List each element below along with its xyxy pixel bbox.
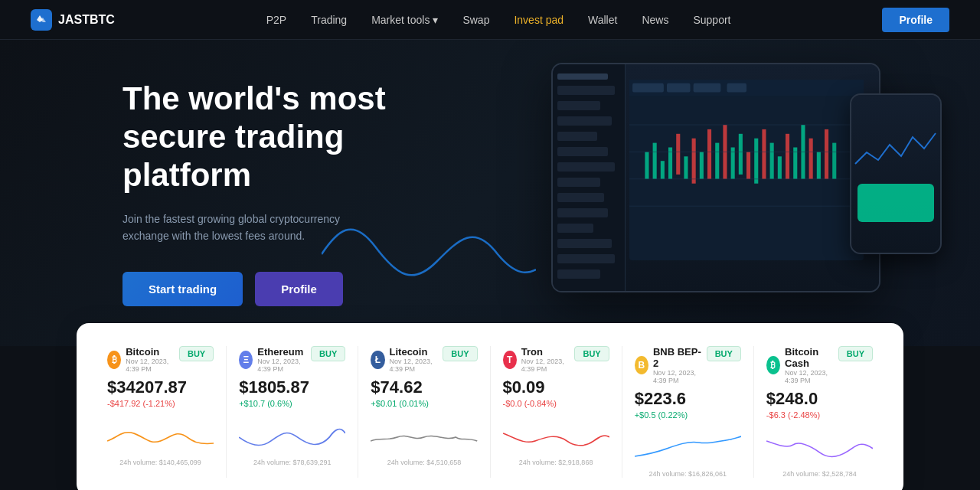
coin-volume-bch: 24h volume: $2,528,784 bbox=[766, 470, 873, 478]
nav-invest-pad[interactable]: Invest pad bbox=[514, 14, 564, 26]
hero-profile-button[interactable]: Profile bbox=[255, 272, 343, 306]
coin-price-trx: $0.09 bbox=[503, 377, 609, 397]
svg-rect-3 bbox=[667, 83, 691, 93]
chart-area bbox=[629, 80, 864, 260]
coin-volume-ltc: 24h volume: $4,510,658 bbox=[371, 459, 477, 466]
nav-wallet[interactable]: Wallet bbox=[588, 14, 617, 26]
svg-rect-13 bbox=[700, 152, 704, 178]
coin-price-ltc: $74.62 bbox=[371, 377, 477, 397]
coin-volume-btc: 24h volume: $140,465,099 bbox=[107, 459, 214, 466]
chart-svg bbox=[629, 80, 864, 260]
mini-chart-bch bbox=[766, 426, 873, 464]
svg-rect-25 bbox=[793, 148, 797, 179]
chevron-down-icon: ▾ bbox=[433, 14, 438, 26]
coin-change-eth: +$10.7 (0.6%) bbox=[239, 399, 345, 408]
svg-rect-2 bbox=[632, 83, 664, 93]
coin-icon-eth: Ξ bbox=[239, 351, 253, 369]
coin-name-block-bch: Bitcoin Cash Nov 12, 2023, 4:39 PM bbox=[785, 346, 838, 384]
svg-rect-15 bbox=[715, 143, 719, 179]
coin-price-eth: $1805.87 bbox=[239, 377, 345, 397]
nav-news[interactable]: News bbox=[642, 14, 668, 26]
svg-rect-14 bbox=[707, 129, 711, 179]
coin-name-block-ltc: Litecoin Nov 12, 2023, 4:39 PM bbox=[390, 346, 443, 373]
phone-screen bbox=[851, 95, 940, 253]
mini-chart-trx bbox=[503, 414, 609, 452]
coin-header-bch: ₿ Bitcoin Cash Nov 12, 2023, 4:39 PM BUY bbox=[766, 346, 873, 384]
buy-button-eth[interactable]: BUY bbox=[311, 346, 345, 361]
coin-change-trx: -$0.0 (-0.84%) bbox=[503, 399, 609, 408]
hero-subtitle: Join the fastest growing global cryptocu… bbox=[122, 211, 368, 245]
svg-rect-4 bbox=[694, 83, 721, 93]
coin-name-block-bnb: BNB BEP-2 Nov 12, 2023, 4:39 PM bbox=[653, 346, 707, 384]
coin-info-bnb: B BNB BEP-2 Nov 12, 2023, 4:39 PM bbox=[635, 346, 707, 384]
mini-chart-bnb bbox=[635, 426, 741, 464]
coin-name-btc: Bitcoin bbox=[126, 346, 179, 358]
svg-rect-10 bbox=[676, 134, 680, 175]
nav-trading[interactable]: Trading bbox=[311, 14, 347, 26]
coin-price-btc: $34207.87 bbox=[107, 377, 214, 397]
nav-swap[interactable]: Swap bbox=[462, 14, 489, 26]
svg-rect-18 bbox=[739, 134, 743, 175]
coin-date-eth: Nov 12, 2023, 4:39 PM bbox=[257, 358, 311, 373]
coin-name-bch: Bitcoin Cash bbox=[785, 346, 838, 369]
coin-date-bch: Nov 12, 2023, 4:39 PM bbox=[785, 369, 838, 384]
mini-chart-ltc bbox=[371, 414, 477, 452]
nav-profile-button[interactable]: Profile bbox=[882, 8, 949, 32]
coin-card-btc: ₿ Bitcoin Nov 12, 2023, 4:39 PM BUY $342… bbox=[95, 346, 227, 478]
svg-rect-28 bbox=[817, 152, 821, 178]
hero-visual bbox=[551, 63, 934, 323]
svg-rect-20 bbox=[754, 139, 758, 184]
phone-chart bbox=[851, 103, 942, 194]
coin-icon-btc: ₿ bbox=[107, 351, 121, 369]
buy-button-btc[interactable]: BUY bbox=[179, 346, 214, 361]
coin-info-btc: ₿ Bitcoin Nov 12, 2023, 4:39 PM bbox=[107, 346, 179, 373]
coin-change-bnb: +$0.5 (0.22%) bbox=[635, 410, 741, 420]
svg-rect-23 bbox=[778, 156, 782, 179]
coin-info-eth: Ξ Ethereum Nov 12, 2023, 4:39 PM bbox=[239, 346, 311, 373]
svg-rect-9 bbox=[668, 148, 672, 179]
tablet-mockup bbox=[551, 63, 880, 292]
svg-rect-29 bbox=[825, 129, 828, 179]
start-trading-button[interactable]: Start trading bbox=[122, 272, 243, 306]
buy-button-ltc[interactable]: BUY bbox=[443, 346, 477, 361]
coin-cards-row: ₿ Bitcoin Nov 12, 2023, 4:39 PM BUY $342… bbox=[95, 346, 885, 478]
coin-name-block-btc: Bitcoin Nov 12, 2023, 4:39 PM bbox=[126, 346, 179, 373]
coin-name-block-trx: Tron Nov 12, 2023, 4:39 PM bbox=[521, 346, 575, 373]
hero-section: The world's most secure trading platform… bbox=[0, 40, 980, 346]
svg-rect-30 bbox=[832, 143, 836, 179]
coin-name-bnb: BNB BEP-2 bbox=[653, 346, 707, 369]
svg-rect-8 bbox=[661, 161, 665, 179]
buy-button-trx[interactable]: BUY bbox=[574, 346, 609, 361]
svg-rect-27 bbox=[809, 139, 813, 179]
coin-date-trx: Nov 12, 2023, 4:39 PM bbox=[521, 358, 575, 373]
brand-name: JASTBTC bbox=[58, 13, 115, 27]
coin-name-eth: Ethereum bbox=[257, 346, 311, 358]
buy-button-bch[interactable]: BUY bbox=[838, 346, 873, 361]
svg-rect-5 bbox=[727, 83, 747, 93]
coin-price-bnb: $223.6 bbox=[635, 389, 741, 409]
coin-header-bnb: B BNB BEP-2 Nov 12, 2023, 4:39 PM BUY bbox=[635, 346, 741, 384]
nav-support[interactable]: Support bbox=[693, 14, 730, 26]
tablet-screen bbox=[553, 64, 879, 291]
coin-date-btc: Nov 12, 2023, 4:39 PM bbox=[126, 358, 179, 373]
coin-info-ltc: Ł Litecoin Nov 12, 2023, 4:39 PM bbox=[371, 346, 443, 373]
logo-icon bbox=[31, 9, 52, 31]
coin-price-bch: $248.0 bbox=[766, 389, 873, 409]
coin-icon-bnb: B bbox=[635, 356, 648, 374]
coin-name-block-eth: Ethereum Nov 12, 2023, 4:39 PM bbox=[257, 346, 311, 373]
nav-market-tools[interactable]: Market tools ▾ bbox=[371, 14, 438, 26]
coin-volume-eth: 24h volume: $78,639,291 bbox=[239, 459, 345, 466]
coin-icon-trx: T bbox=[503, 351, 517, 369]
hero-content: The world's most secure trading platform… bbox=[0, 80, 459, 307]
svg-rect-6 bbox=[645, 152, 648, 178]
coin-volume-bnb: 24h volume: $16,826,061 bbox=[635, 470, 741, 478]
nav-links: P2P Trading Market tools ▾ Swap Invest p… bbox=[266, 13, 731, 27]
market-section: ₿ Bitcoin Nov 12, 2023, 4:39 PM BUY $342… bbox=[77, 323, 903, 490]
coin-header-eth: Ξ Ethereum Nov 12, 2023, 4:39 PM BUY bbox=[239, 346, 345, 373]
brand-logo[interactable]: JASTBTC bbox=[31, 9, 115, 31]
buy-button-bnb[interactable]: BUY bbox=[707, 346, 741, 361]
coin-card-bnb: B BNB BEP-2 Nov 12, 2023, 4:39 PM BUY $2… bbox=[622, 346, 754, 478]
coin-volume-trx: 24h volume: $2,918,868 bbox=[503, 459, 609, 466]
nav-p2p[interactable]: P2P bbox=[266, 14, 286, 26]
coin-card-trx: T Tron Nov 12, 2023, 4:39 PM BUY $0.09 -… bbox=[491, 346, 622, 478]
